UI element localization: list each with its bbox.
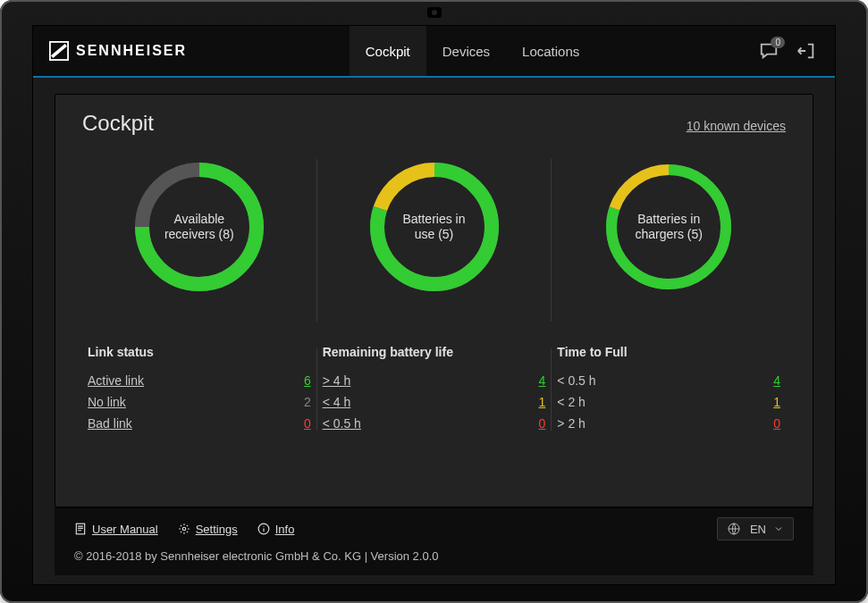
remaining-col: Remaining battery life > 4 h 4 < 4 h 1 <… xyxy=(317,345,552,434)
app-screen: SENNHEISER Cockpit Devices Locations 0 xyxy=(32,25,836,585)
nav-cockpit[interactable]: Cockpit xyxy=(350,26,426,76)
main-area: Cockpit 10 known devices Availablereceiv… xyxy=(33,78,835,584)
topbar: SENNHEISER Cockpit Devices Locations 0 xyxy=(33,26,835,78)
settings-label: Settings xyxy=(196,523,238,536)
tablet-frame: SENNHEISER Cockpit Devices Locations 0 xyxy=(0,0,868,603)
language-selector[interactable]: EN xyxy=(717,517,794,540)
link-bad-value[interactable]: 0 xyxy=(295,416,311,431)
gauge-receivers-col: Availablereceivers (8) xyxy=(82,155,316,325)
globe-icon xyxy=(727,522,741,536)
rem-lt05-row: < 0.5 h 0 xyxy=(323,413,546,434)
ttf-lt05-label: < 0.5 h xyxy=(557,373,595,388)
ttf-lt2-row: < 2 h 1 xyxy=(557,391,780,413)
link-nolink-label[interactable]: No link xyxy=(88,395,126,409)
link-nolink-row: No link 2 xyxy=(88,391,311,413)
chevron-down-icon xyxy=(773,523,784,534)
info-icon xyxy=(257,523,270,535)
known-devices-link[interactable]: 10 known devices xyxy=(687,119,786,133)
rem-lt4-value[interactable]: 1 xyxy=(529,395,545,409)
nav-devices-label: Devices xyxy=(442,44,490,59)
info-label: Info xyxy=(275,523,295,536)
gauge-batt-chg-label: Batteries inchargers (5) xyxy=(597,155,740,298)
gauge-receivers[interactable]: Availablereceivers (8) xyxy=(128,155,271,298)
nav-locations-label: Locations xyxy=(522,44,579,59)
ttf-lt05-value[interactable]: 4 xyxy=(764,373,780,388)
rem-gt4-label[interactable]: > 4 h xyxy=(323,373,351,388)
ttf-gt2-value[interactable]: 0 xyxy=(764,416,780,431)
gear-icon xyxy=(178,523,190,535)
copyright-text: © 2016-2018 by Sennheiser electronic Gmb… xyxy=(74,549,794,563)
ttf-col: Time to Full < 0.5 h 4 < 2 h 1 > 2 h 0 xyxy=(552,345,786,434)
ttf-title: Time to Full xyxy=(557,345,780,359)
rem-gt4-row: > 4 h 4 xyxy=(323,370,546,391)
rem-lt4-row: < 4 h 1 xyxy=(323,391,546,413)
cockpit-panel: Cockpit 10 known devices Availablereceiv… xyxy=(55,94,813,507)
logout-button[interactable] xyxy=(796,40,817,62)
notification-count: 0 xyxy=(771,37,785,48)
top-actions: 0 xyxy=(758,40,817,62)
rem-gt4-value[interactable]: 4 xyxy=(529,373,545,388)
rem-lt05-label[interactable]: < 0.5 h xyxy=(323,416,361,431)
ttf-gt2-row: > 2 h 0 xyxy=(557,413,780,434)
gauge-batt-use[interactable]: Batteries inuse (5) xyxy=(363,155,506,298)
stats-row: Link status Active link 6 No link 2 Bad … xyxy=(82,345,786,434)
link-active-value[interactable]: 6 xyxy=(295,373,311,388)
link-bad-row: Bad link 0 xyxy=(88,413,311,434)
gauge-batt-use-label: Batteries inuse (5) xyxy=(363,155,506,298)
link-active-label[interactable]: Active link xyxy=(88,373,144,388)
gauge-batt-chg[interactable]: Batteries inchargers (5) xyxy=(597,155,740,298)
info-link[interactable]: Info xyxy=(257,523,295,536)
rem-lt4-label[interactable]: < 4 h xyxy=(323,395,351,409)
panel-header: Cockpit 10 known devices xyxy=(82,111,786,136)
logout-icon xyxy=(796,41,816,61)
document-icon xyxy=(74,523,87,535)
gauge-batt-chg-col: Batteries inchargers (5) xyxy=(552,155,786,325)
gauge-receivers-label: Availablereceivers (8) xyxy=(128,155,271,298)
notifications-button[interactable]: 0 xyxy=(758,40,780,62)
brand-logo: SENNHEISER xyxy=(49,41,187,61)
tablet-camera xyxy=(427,7,442,18)
gauges-row: Availablereceivers (8) xyxy=(82,155,786,325)
link-status-col: Link status Active link 6 No link 2 Bad … xyxy=(82,345,316,434)
user-manual-link[interactable]: User Manual xyxy=(74,523,158,536)
settings-link[interactable]: Settings xyxy=(178,523,238,536)
language-label: EN xyxy=(750,523,766,536)
footer: User Manual Settings Info EN xyxy=(55,507,813,575)
svg-point-10 xyxy=(182,527,186,531)
gauge-batt-use-col: Batteries inuse (5) xyxy=(317,155,552,325)
remaining-title: Remaining battery life xyxy=(323,345,546,359)
brand-text: SENNHEISER xyxy=(76,43,187,59)
link-bad-label[interactable]: Bad link xyxy=(88,416,132,431)
ttf-lt2-label: < 2 h xyxy=(557,395,586,409)
ttf-gt2-label: > 2 h xyxy=(557,416,586,431)
nav-devices[interactable]: Devices xyxy=(426,26,506,76)
ttf-lt05-row: < 0.5 h 4 xyxy=(557,370,780,391)
link-active-row: Active link 6 xyxy=(88,370,311,391)
main-nav: Cockpit Devices Locations xyxy=(350,26,596,76)
link-status-title: Link status xyxy=(88,345,311,359)
user-manual-label: User Manual xyxy=(92,523,158,536)
link-nolink-value: 2 xyxy=(295,395,311,409)
ttf-lt2-value[interactable]: 1 xyxy=(764,395,780,409)
page-title: Cockpit xyxy=(82,111,154,136)
footer-links: User Manual Settings Info EN xyxy=(74,517,794,540)
rem-lt05-value[interactable]: 0 xyxy=(529,416,545,431)
sennheiser-icon xyxy=(49,41,69,61)
nav-locations[interactable]: Locations xyxy=(506,26,595,76)
nav-cockpit-label: Cockpit xyxy=(366,44,410,59)
